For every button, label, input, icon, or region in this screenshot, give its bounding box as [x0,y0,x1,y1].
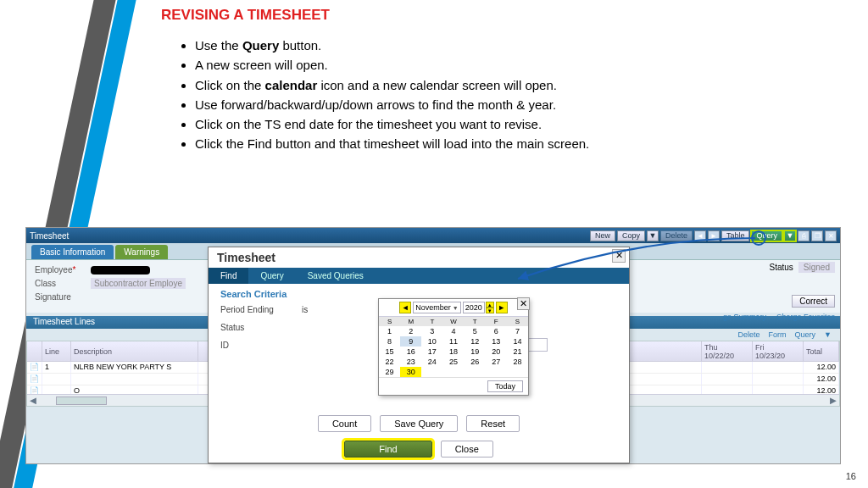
instruction-item: Use forward/backward/up/down arrows to f… [195,95,834,114]
calendar-day[interactable]: 2 [400,326,421,336]
calendar-day[interactable]: 6 [486,326,507,336]
tab-basic-information[interactable]: Basic Information [31,245,114,259]
calendar-day[interactable]: 8 [379,336,400,347]
month-select[interactable]: November▼ [413,302,460,313]
print-icon[interactable]: ⎙ [798,230,810,241]
nav-next-icon[interactable]: ► [708,230,720,241]
dialog-close-icon[interactable]: ✕ [612,249,626,263]
save-query-button[interactable]: Save Query [380,415,458,432]
instruction-item: Click the Find button and that timesheet… [195,134,834,153]
dialog-tab-saved-queries[interactable]: Saved Queries [296,268,376,284]
page-number: 16 [846,471,856,481]
calendar-day[interactable]: 14 [507,336,528,347]
calendar-day[interactable]: 5 [465,326,486,336]
copy-dropdown[interactable]: ▼ [647,230,659,241]
lines-form-link[interactable]: Form [769,330,787,339]
year-down-icon[interactable]: ▼ [486,308,494,313]
calendar-day[interactable]: 23 [400,357,421,367]
employee-value-redacted [91,266,150,274]
dialog-tab-find[interactable]: Find [209,268,248,284]
calendar-day[interactable]: 21 [507,347,528,357]
date-picker: ✕ ◄ November▼ 2020 ▲ ▼ ► SMTWTFS 1234567… [378,298,529,396]
calendar-day[interactable]: 9 [400,336,421,347]
calendar-day[interactable]: 28 [507,357,528,367]
tab-warnings[interactable]: Warnings [115,245,168,259]
calendar-day[interactable]: 18 [442,347,464,357]
instruction-item: A new screen will open. [195,55,834,75]
calendar-day [465,367,486,377]
find-button[interactable]: Find [344,441,431,458]
dialog-tab-query[interactable]: Query [248,268,295,284]
col-total[interactable]: Total [804,341,839,361]
period-ending-operator: is [302,305,370,314]
calendar-day[interactable]: 19 [465,347,486,357]
year-up-icon[interactable]: ▲ [486,302,494,308]
id-field-label: ID [220,341,293,350]
datepicker-close-icon[interactable]: ✕ [517,297,530,310]
app-title: Timesheet [30,231,69,241]
instruction-item: Use the Query button. [195,36,834,55]
calendar-day[interactable]: 29 [379,367,400,377]
nav-prev-icon[interactable]: ◄ [694,230,706,241]
summary-link[interactable]: ge Summary [723,313,766,321]
col-fri[interactable]: Fri10/23/20 [753,341,804,361]
calendar-day[interactable]: 22 [379,357,400,367]
calendar-day[interactable]: 1 [379,326,400,336]
col-line[interactable]: Line [42,341,71,361]
calendar-day [486,367,507,377]
calendar-day[interactable]: 12 [465,336,486,347]
calendar-day[interactable]: 20 [486,347,507,357]
calendar-day[interactable]: 3 [421,326,442,336]
status-field-label: Status [220,323,293,332]
close-icon[interactable]: ✕ [825,230,837,241]
col-description[interactable]: Description [71,341,198,361]
delete-button[interactable]: Delete [660,230,693,241]
calendar-day[interactable]: 26 [465,357,486,367]
calendar-day[interactable]: 16 [400,347,421,357]
count-button[interactable]: Count [318,415,371,432]
calendar-day [442,367,464,377]
month-prev-icon[interactable]: ◄ [399,302,411,313]
query-dialog: ✕ Timesheet Find Query Saved Queries Sea… [208,247,630,463]
app-titlebar: Timesheet New Copy ▼ Delete ◄ ► Table Qu… [26,228,840,243]
calendar-day[interactable]: 7 [507,326,528,336]
lines-query-caret-icon[interactable]: ▼ [824,330,832,339]
dialog-title: Timesheet [209,247,629,264]
calendar-day[interactable]: 11 [442,336,464,347]
new-button[interactable]: New [590,230,615,241]
reset-button[interactable]: Reset [466,415,520,432]
calendar-day[interactable]: 25 [442,357,464,367]
lines-delete-link[interactable]: Delete [738,330,760,339]
signature-label: Signature [35,292,86,302]
month-next-icon[interactable]: ► [496,302,508,313]
calendar-grid: SMTWTFS 12345678910111213141516171819202… [379,317,528,377]
calendar-day[interactable]: 10 [421,336,442,347]
correct-button[interactable]: Correct [792,295,835,308]
today-button[interactable]: Today [487,380,523,392]
charge-favorites-link[interactable]: Charge Favorites [776,313,835,321]
calendar-day [421,367,442,377]
calendar-day[interactable]: 15 [379,347,400,357]
calendar-day[interactable]: 13 [486,336,507,347]
window-icon[interactable]: ❐ [811,230,823,241]
class-label: Class [35,279,86,288]
instruction-item: Click on the TS end date for the timeshe… [195,114,834,134]
scroll-right-icon[interactable]: ► [827,394,839,407]
calendar-day[interactable]: 4 [442,326,464,336]
query-dropdown[interactable]: ▼ [784,230,796,241]
calendar-day[interactable]: 27 [486,357,507,367]
calendar-day[interactable]: 30 [400,367,421,377]
year-select[interactable]: 2020 [463,302,485,313]
close-button[interactable]: Close [441,441,493,458]
period-ending-label: Period Ending [220,305,293,314]
calendar-day[interactable]: 24 [421,357,442,367]
calendar-day[interactable]: 17 [421,347,442,357]
col-thu[interactable]: Thu10/22/20 [702,341,753,361]
lines-query-link[interactable]: Query [795,330,816,339]
table-button[interactable]: Table [721,230,750,241]
query-button[interactable]: Query [751,230,782,241]
app-window: Timesheet New Copy ▼ Delete ◄ ► Table Qu… [25,227,841,464]
copy-button[interactable]: Copy [617,230,645,241]
instruction-list: Use the Query button.A new screen will o… [161,36,834,154]
scroll-left-icon[interactable]: ◄ [27,394,39,407]
